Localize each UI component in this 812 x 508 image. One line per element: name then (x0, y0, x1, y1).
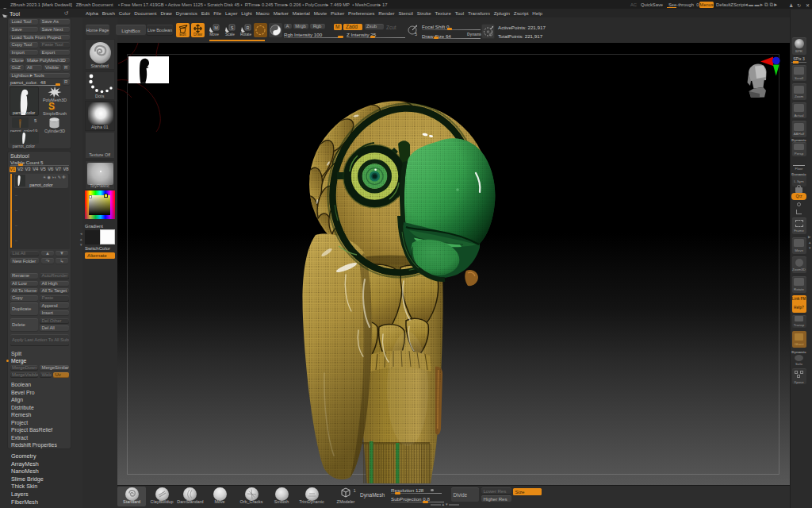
svg-text:R: R (247, 25, 250, 29)
svg-text:M: M (214, 25, 218, 29)
svg-text:S: S (231, 25, 234, 29)
svg-text:5: 5 (415, 32, 417, 37)
